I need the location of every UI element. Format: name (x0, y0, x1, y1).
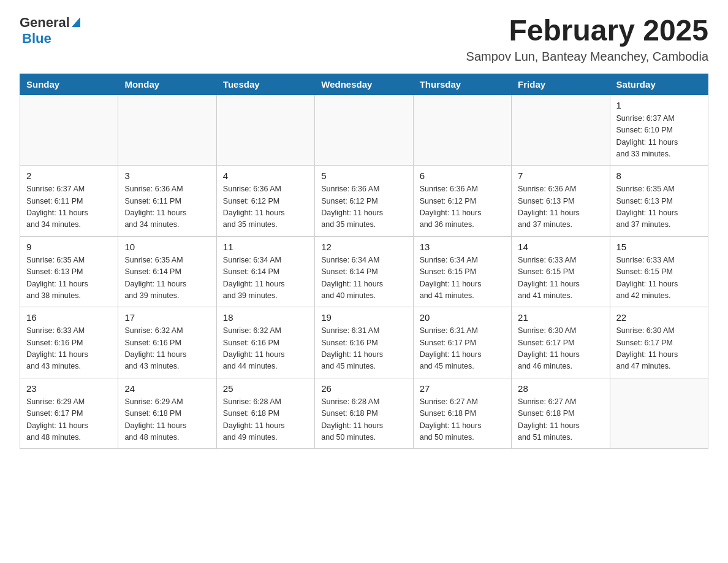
calendar-cell (216, 94, 314, 166)
logo-general-text: General (20, 15, 70, 31)
day-number: 1 (616, 100, 702, 110)
day-info: Sunrise: 6:31 AM Sunset: 6:17 PM Dayligh… (420, 325, 505, 373)
calendar-cell: 23Sunrise: 6:29 AM Sunset: 6:17 PM Dayli… (20, 378, 118, 449)
day-number: 28 (518, 383, 603, 394)
day-info: Sunrise: 6:34 AM Sunset: 6:15 PM Dayligh… (420, 255, 505, 302)
day-info: Sunrise: 6:29 AM Sunset: 6:17 PM Dayligh… (26, 396, 112, 444)
day-info: Sunrise: 6:36 AM Sunset: 6:12 PM Dayligh… (420, 183, 505, 231)
calendar-cell: 13Sunrise: 6:34 AM Sunset: 6:15 PM Dayli… (413, 236, 511, 307)
day-number: 12 (321, 242, 406, 252)
day-info: Sunrise: 6:36 AM Sunset: 6:13 PM Dayligh… (518, 183, 603, 231)
calendar-cell: 27Sunrise: 6:27 AM Sunset: 6:18 PM Dayli… (413, 378, 511, 449)
calendar-cell (413, 94, 511, 166)
day-number: 22 (616, 312, 702, 323)
calendar-cell: 6Sunrise: 6:36 AM Sunset: 6:12 PM Daylig… (413, 166, 511, 237)
calendar-cell: 17Sunrise: 6:32 AM Sunset: 6:16 PM Dayli… (118, 307, 216, 378)
calendar-dow-tuesday: Tuesday (216, 74, 314, 94)
calendar-cell: 14Sunrise: 6:33 AM Sunset: 6:15 PM Dayli… (512, 236, 610, 307)
day-number: 9 (26, 242, 112, 252)
day-info: Sunrise: 6:33 AM Sunset: 6:15 PM Dayligh… (518, 255, 603, 302)
day-info: Sunrise: 6:33 AM Sunset: 6:16 PM Dayligh… (26, 325, 112, 373)
calendar-header-row: SundayMondayTuesdayWednesdayThursdayFrid… (20, 74, 708, 94)
day-number: 27 (420, 383, 505, 394)
calendar-cell (315, 94, 413, 166)
day-number: 18 (223, 312, 308, 323)
day-info: Sunrise: 6:37 AM Sunset: 6:10 PM Dayligh… (616, 113, 702, 161)
calendar-cell: 9Sunrise: 6:35 AM Sunset: 6:13 PM Daylig… (20, 236, 118, 307)
calendar-cell: 1Sunrise: 6:37 AM Sunset: 6:10 PM Daylig… (610, 94, 708, 166)
day-number: 6 (420, 170, 505, 181)
day-number: 14 (518, 242, 603, 252)
day-number: 19 (321, 312, 406, 323)
calendar-dow-sunday: Sunday (20, 74, 118, 94)
calendar-cell: 10Sunrise: 6:35 AM Sunset: 6:14 PM Dayli… (118, 236, 216, 307)
calendar-dow-wednesday: Wednesday (315, 74, 413, 94)
calendar-week-row: 1Sunrise: 6:37 AM Sunset: 6:10 PM Daylig… (20, 94, 708, 166)
calendar-week-row: 2Sunrise: 6:37 AM Sunset: 6:11 PM Daylig… (20, 166, 708, 237)
day-number: 23 (26, 383, 112, 394)
day-number: 26 (321, 383, 406, 394)
day-number: 13 (420, 242, 505, 252)
calendar-cell: 8Sunrise: 6:35 AM Sunset: 6:13 PM Daylig… (610, 166, 708, 237)
day-info: Sunrise: 6:33 AM Sunset: 6:15 PM Dayligh… (616, 255, 702, 302)
calendar-cell: 3Sunrise: 6:36 AM Sunset: 6:11 PM Daylig… (118, 166, 216, 237)
calendar-cell: 22Sunrise: 6:30 AM Sunset: 6:17 PM Dayli… (610, 307, 708, 378)
calendar-cell: 15Sunrise: 6:33 AM Sunset: 6:15 PM Dayli… (610, 236, 708, 307)
day-info: Sunrise: 6:37 AM Sunset: 6:11 PM Dayligh… (26, 183, 112, 231)
day-number: 2 (26, 170, 112, 181)
day-info: Sunrise: 6:36 AM Sunset: 6:12 PM Dayligh… (223, 183, 308, 231)
day-info: Sunrise: 6:28 AM Sunset: 6:18 PM Dayligh… (321, 396, 406, 444)
month-title: February 2025 (466, 15, 708, 47)
calendar-dow-thursday: Thursday (413, 74, 511, 94)
day-info: Sunrise: 6:34 AM Sunset: 6:14 PM Dayligh… (321, 255, 406, 302)
calendar-cell: 2Sunrise: 6:37 AM Sunset: 6:11 PM Daylig… (20, 166, 118, 237)
day-number: 24 (124, 383, 210, 394)
day-info: Sunrise: 6:30 AM Sunset: 6:17 PM Dayligh… (616, 325, 702, 373)
day-info: Sunrise: 6:29 AM Sunset: 6:18 PM Dayligh… (124, 396, 210, 444)
day-number: 4 (223, 170, 308, 181)
calendar-cell: 19Sunrise: 6:31 AM Sunset: 6:16 PM Dayli… (315, 307, 413, 378)
calendar-dow-monday: Monday (118, 74, 216, 94)
day-info: Sunrise: 6:34 AM Sunset: 6:14 PM Dayligh… (223, 255, 308, 302)
title-area: February 2025 Sampov Lun, Banteay Meanch… (466, 15, 708, 64)
day-info: Sunrise: 6:31 AM Sunset: 6:16 PM Dayligh… (321, 325, 406, 373)
logo-blue-text: Blue (22, 31, 51, 47)
day-info: Sunrise: 6:28 AM Sunset: 6:18 PM Dayligh… (223, 396, 308, 444)
calendar-cell: 4Sunrise: 6:36 AM Sunset: 6:12 PM Daylig… (216, 166, 314, 237)
location-subtitle: Sampov Lun, Banteay Meanchey, Cambodia (466, 50, 708, 64)
calendar-week-row: 16Sunrise: 6:33 AM Sunset: 6:16 PM Dayli… (20, 307, 708, 378)
calendar-cell (512, 94, 610, 166)
calendar-cell (20, 94, 118, 166)
calendar-cell (610, 378, 708, 449)
day-number: 5 (321, 170, 406, 181)
day-info: Sunrise: 6:30 AM Sunset: 6:17 PM Dayligh… (518, 325, 603, 373)
day-number: 8 (616, 170, 702, 181)
calendar-table: SundayMondayTuesdayWednesdayThursdayFrid… (20, 74, 708, 450)
calendar-cell: 16Sunrise: 6:33 AM Sunset: 6:16 PM Dayli… (20, 307, 118, 378)
day-info: Sunrise: 6:35 AM Sunset: 6:13 PM Dayligh… (616, 183, 702, 231)
calendar-cell: 7Sunrise: 6:36 AM Sunset: 6:13 PM Daylig… (512, 166, 610, 237)
calendar-cell: 11Sunrise: 6:34 AM Sunset: 6:14 PM Dayli… (216, 236, 314, 307)
day-number: 20 (420, 312, 505, 323)
page-header: General Blue February 2025 Sampov Lun, B… (20, 15, 708, 64)
day-number: 21 (518, 312, 603, 323)
day-info: Sunrise: 6:32 AM Sunset: 6:16 PM Dayligh… (124, 325, 210, 373)
day-info: Sunrise: 6:32 AM Sunset: 6:16 PM Dayligh… (223, 325, 308, 373)
day-info: Sunrise: 6:36 AM Sunset: 6:11 PM Dayligh… (124, 183, 210, 231)
calendar-week-row: 9Sunrise: 6:35 AM Sunset: 6:13 PM Daylig… (20, 236, 708, 307)
day-number: 10 (124, 242, 210, 252)
calendar-cell: 5Sunrise: 6:36 AM Sunset: 6:12 PM Daylig… (315, 166, 413, 237)
calendar-cell: 26Sunrise: 6:28 AM Sunset: 6:18 PM Dayli… (315, 378, 413, 449)
day-number: 7 (518, 170, 603, 181)
calendar-cell: 28Sunrise: 6:27 AM Sunset: 6:18 PM Dayli… (512, 378, 610, 449)
day-info: Sunrise: 6:27 AM Sunset: 6:18 PM Dayligh… (420, 396, 505, 444)
calendar-cell (118, 94, 216, 166)
day-number: 16 (26, 312, 112, 323)
calendar-cell: 24Sunrise: 6:29 AM Sunset: 6:18 PM Dayli… (118, 378, 216, 449)
logo: General Blue (20, 15, 80, 47)
day-number: 11 (223, 242, 308, 252)
svg-marker-0 (72, 17, 80, 27)
day-number: 3 (124, 170, 210, 181)
calendar-cell: 12Sunrise: 6:34 AM Sunset: 6:14 PM Dayli… (315, 236, 413, 307)
calendar-cell: 18Sunrise: 6:32 AM Sunset: 6:16 PM Dayli… (216, 307, 314, 378)
